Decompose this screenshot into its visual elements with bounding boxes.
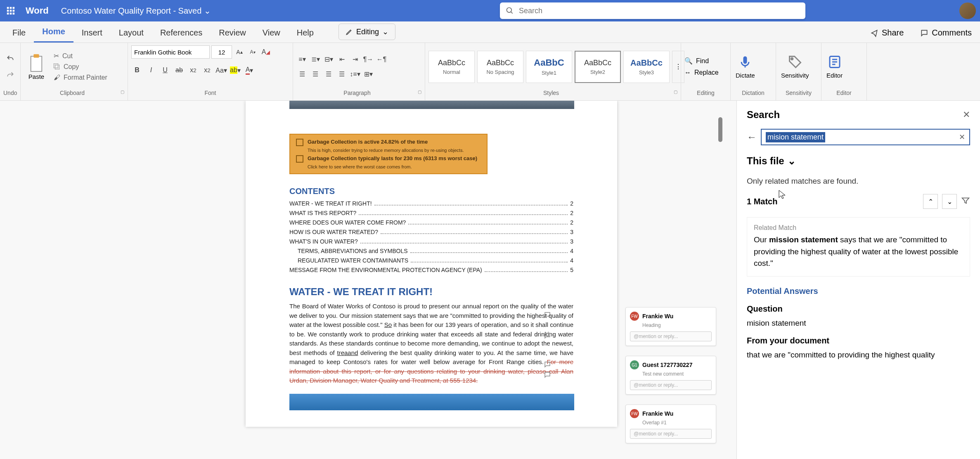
justify-button[interactable]: ☰ [336,69,348,80]
decrease-indent-button[interactable]: ⇤ [336,54,348,65]
shrink-font-button[interactable]: A▾ [247,46,258,58]
toc-entry[interactable]: WHAT IS THIS REPORT?2 [289,210,573,217]
style-style2[interactable]: AaBbCcStyle2 [575,51,621,83]
menu-help[interactable]: Help [289,23,322,43]
increase-indent-button[interactable]: ⇥ [349,54,361,65]
match-result-card[interactable]: Related Match Our mission statement says… [747,217,970,277]
titlebar-search-input[interactable] [519,7,800,15]
svg-rect-3 [7,10,9,12]
comments-button[interactable]: Comments [916,26,976,40]
search-query-selected[interactable]: mision statement [766,132,825,142]
paragraph-dialog-launcher[interactable]: ▢ [418,90,421,96]
grow-font-button[interactable]: A▴ [234,46,245,58]
toc-leader [411,262,568,263]
superscript-button[interactable]: x2 [201,64,213,76]
undo-button[interactable] [5,53,16,64]
align-right-button[interactable]: ☰ [323,69,334,80]
document-content[interactable]: CONTENTS WATER - WE TREAT IT RIGHT!2WHAT… [246,187,617,410]
align-center-button[interactable]: ☰ [310,69,321,80]
menu-view[interactable]: View [254,23,289,43]
comment-card[interactable]: G1Guest 1727730227 Test new comment @men… [625,356,716,395]
toc-entry[interactable]: TERMS, ABBREVIATIONS and SYMBOLS4 [289,248,573,255]
comment-meta: Overlap #1 [642,420,712,426]
search-scope-dropdown[interactable]: This file⌄ [747,155,970,167]
font-color-button[interactable]: A▾ [244,64,255,76]
reply-input[interactable]: @mention or reply... [630,331,712,341]
underline-button[interactable]: U [159,64,171,76]
warning-icon [296,139,303,146]
style-normal[interactable]: AaBbCcNormal [428,51,475,83]
dictation-group: Dictate Dictation [731,43,776,100]
reply-input[interactable]: @mention or reply... [630,380,712,390]
multilevel-button[interactable]: ⊟▾ [323,54,334,65]
paragraph-spacing-button[interactable]: ⊞▾ [362,69,374,80]
align-left-button[interactable]: ☰ [296,69,308,80]
styles-dialog-launcher[interactable]: ▢ [674,90,677,96]
find-button[interactable]: 🔍Find [684,57,719,65]
app-launcher-icon[interactable] [4,4,17,17]
style-style1[interactable]: AaBbCStyle1 [526,51,572,83]
comment-marker[interactable] [543,361,552,368]
numbering-button[interactable]: ≣▾ [310,54,321,65]
clear-formatting-button[interactable]: A◢ [260,46,272,58]
replace-button[interactable]: ↔Replace [684,69,719,76]
toc-entry[interactable]: MESSAGE FROM THE ENVIRONMENTAL PROTECTIO… [289,267,573,274]
menu-insert[interactable]: Insert [73,23,111,43]
filter-button[interactable] [961,196,970,207]
highlight-button[interactable]: ab▾ [230,64,241,76]
toc-entry[interactable]: HOW IS OUR WATER TREATED?3 [289,229,573,236]
redo-button[interactable] [5,69,16,81]
paste-button[interactable]: Paste [24,52,49,82]
italic-button[interactable]: I [145,64,157,76]
ltr-button[interactable]: ¶→ [362,54,374,65]
reply-input[interactable]: @mention or reply... [630,429,712,439]
editing-mode-button[interactable]: Editing ⌄ [339,24,395,40]
bullets-button[interactable]: ≡▾ [296,54,308,65]
prev-match-button[interactable]: ⌃ [923,194,938,209]
toc-entry[interactable]: WHERE DOES OUR WATER COME FROM?2 [289,219,573,226]
comment-card[interactable]: FWFrankie Wu Overlap #1 @mention or repl… [625,405,716,443]
menu-file[interactable]: File [4,23,34,43]
user-avatar[interactable] [959,2,976,19]
comment-marker[interactable] [543,371,552,379]
dictate-button[interactable]: Dictate [734,53,757,80]
comment-marker[interactable] [543,311,552,319]
cut-button[interactable]: ✂Cut [54,52,107,60]
titlebar-search[interactable] [500,2,805,19]
next-match-button[interactable]: ⌄ [942,194,957,209]
comment-card[interactable]: FWFrankie Wu Heading @mention or reply..… [625,307,716,346]
font-size-select[interactable] [211,45,232,59]
copy-button[interactable]: ⿻Copy [54,63,107,71]
close-button[interactable]: ✕ [963,109,970,120]
clear-search-button[interactable]: ✕ [959,132,965,142]
menu-review[interactable]: Review [211,23,254,43]
rtl-button[interactable]: ←¶ [376,54,387,65]
subscript-button[interactable]: x2 [187,64,199,76]
clipboard-dialog-launcher[interactable]: ▢ [121,90,124,96]
menu-home[interactable]: Home [34,22,73,43]
back-button[interactable]: ← [747,131,757,143]
menu-references[interactable]: References [152,23,211,43]
font-family-select[interactable] [131,45,210,59]
toc-entry[interactable]: WATER - WE TREAT IT RIGHT!2 [289,200,573,207]
document-title[interactable]: Contoso Water Quality Report - Saved ⌄ [61,6,211,16]
toc-entry[interactable]: WHAT'S IN OUR WATER?3 [289,238,573,245]
change-case-button[interactable]: Aa▾ [215,64,227,76]
scrollbar-thumb[interactable] [718,117,722,142]
toc-entry[interactable]: REGULATATED WATER CONTAMINANTS4 [289,257,573,264]
editor-button[interactable]: Editor [825,53,844,80]
style-style3[interactable]: AaBbCcStyle3 [623,51,670,83]
bold-button[interactable]: B [131,64,143,76]
comment-marker[interactable] [543,332,552,339]
styles-group-label: Styles [428,90,674,96]
sensitivity-button[interactable]: Sensitivity [779,53,811,80]
line-spacing-button[interactable]: ↕≡▾ [349,69,361,80]
document-area[interactable]: Garbage Collection is active 24.82% of t… [0,101,736,459]
strikethrough-button[interactable]: ab [173,64,185,76]
style-no-spacing[interactable]: AaBbCcNo Spacing [477,51,523,83]
search-input-wrapper[interactable]: mision statement ✕ [761,129,970,145]
format-painter-button[interactable]: 🖌Format Painter [54,74,107,81]
share-button[interactable]: Share [866,26,908,40]
menu-layout[interactable]: Layout [111,23,152,43]
scrollbar[interactable] [718,117,723,159]
